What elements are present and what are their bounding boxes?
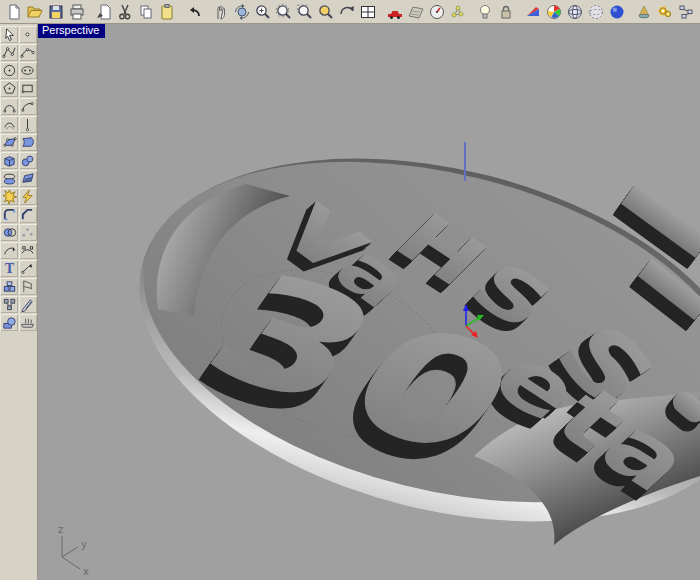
svg-text:y: y xyxy=(81,539,87,550)
save-icon[interactable] xyxy=(45,2,66,22)
osnap-molecule-icon[interactable] xyxy=(447,2,468,22)
viewport-canvas[interactable]: VaVaVaVaVaVaVaVa Va HSHSHSHSHSHSHSHS HS … xyxy=(38,24,700,580)
options-gears-icon[interactable] xyxy=(654,2,675,22)
svg-text:x: x xyxy=(83,566,89,577)
map-icon[interactable] xyxy=(405,2,426,22)
text-tool[interactable]: T xyxy=(0,260,18,277)
lock-icon[interactable] xyxy=(495,2,516,22)
explode-tool[interactable] xyxy=(0,188,18,205)
line-segment-tool[interactable] xyxy=(19,116,37,133)
move-points-tool[interactable] xyxy=(19,260,37,277)
svg-text:z: z xyxy=(58,524,63,535)
open-file-icon[interactable] xyxy=(24,2,45,22)
render-cone-icon[interactable] xyxy=(522,2,543,22)
shaded-sphere-icon[interactable] xyxy=(606,2,627,22)
help-icon[interactable]: ? xyxy=(696,2,700,22)
polyline-tool[interactable] xyxy=(0,44,18,61)
ghosted-sphere-icon[interactable] xyxy=(585,2,606,22)
perspective-viewport[interactable]: Perspective xyxy=(38,24,700,580)
rectangle-tool[interactable] xyxy=(19,80,37,97)
conic-curve-tool[interactable] xyxy=(0,98,18,115)
sidebar-column-right xyxy=(19,24,38,580)
print-icon[interactable] xyxy=(66,2,87,22)
wireframe-sphere-icon[interactable] xyxy=(564,2,585,22)
cut-icon[interactable] xyxy=(114,2,135,22)
sidebar-column-left: T xyxy=(0,24,19,580)
lightbulb-icon[interactable] xyxy=(474,2,495,22)
undo-icon[interactable] xyxy=(183,2,204,22)
zoom-in-icon[interactable] xyxy=(252,2,273,22)
fillet-edge-tool[interactable] xyxy=(0,206,18,223)
arc-tool[interactable] xyxy=(19,98,37,115)
render-settings-icon[interactable] xyxy=(633,2,654,22)
viewport-title-perspective[interactable]: Perspective xyxy=(38,24,105,38)
circle-tool[interactable] xyxy=(0,62,18,79)
pointer-tool[interactable] xyxy=(0,26,18,43)
four-viewports-icon[interactable] xyxy=(357,2,378,22)
polygon-tool[interactable] xyxy=(0,80,18,97)
control-point-curve-tool[interactable] xyxy=(19,44,37,61)
boolean-lightning-tool[interactable] xyxy=(19,188,37,205)
pan-icon[interactable] xyxy=(210,2,231,22)
blocks-tool[interactable] xyxy=(0,278,18,295)
new-document-icon[interactable] xyxy=(3,2,24,22)
torus-tool[interactable] xyxy=(0,170,18,187)
point-tool[interactable] xyxy=(19,26,37,43)
point-cloud-tool[interactable] xyxy=(19,224,37,241)
paste-icon[interactable] xyxy=(156,2,177,22)
main-toolbar: ? xyxy=(0,0,700,24)
node-link-icon[interactable] xyxy=(675,2,696,22)
curve-arrow-tool[interactable] xyxy=(0,242,18,259)
flow-along-curve-tool[interactable] xyxy=(19,242,37,259)
undo-view-icon[interactable] xyxy=(336,2,357,22)
ellipse-tool[interactable] xyxy=(19,62,37,79)
zoom-window-icon[interactable] xyxy=(294,2,315,22)
offset-curve-tool[interactable] xyxy=(0,116,18,133)
measure-tool[interactable] xyxy=(19,278,37,295)
curved-surface-tool[interactable] xyxy=(19,134,37,151)
surface-from-points-tool[interactable] xyxy=(0,134,18,151)
group-blocks-tool[interactable] xyxy=(0,296,18,313)
application-window: { "window": { "viewport_label": "Perspec… xyxy=(0,0,700,580)
boolean-spheres-tool[interactable] xyxy=(0,224,18,241)
surface-patch-tool[interactable] xyxy=(19,170,37,187)
rotate-view-icon[interactable] xyxy=(231,2,252,22)
annotate-pens-tool[interactable] xyxy=(19,296,37,313)
tool-sidebar: T xyxy=(0,24,38,580)
sphere-on-box-tool[interactable] xyxy=(0,314,18,331)
export-page-icon[interactable] xyxy=(93,2,114,22)
chamfer-edge-tool[interactable] xyxy=(19,206,37,223)
zoom-extents-icon[interactable] xyxy=(315,2,336,22)
spheres-tool[interactable] xyxy=(19,152,37,169)
copy-icon[interactable] xyxy=(135,2,156,22)
hatch-grill-tool[interactable] xyxy=(19,314,37,331)
box-tool[interactable] xyxy=(0,152,18,169)
compass-icon[interactable] xyxy=(426,2,447,22)
zoom-dynamic-icon[interactable] xyxy=(273,2,294,22)
svg-text:T: T xyxy=(5,262,14,276)
color-wheel-icon[interactable] xyxy=(543,2,564,22)
car-icon[interactable] xyxy=(384,2,405,22)
